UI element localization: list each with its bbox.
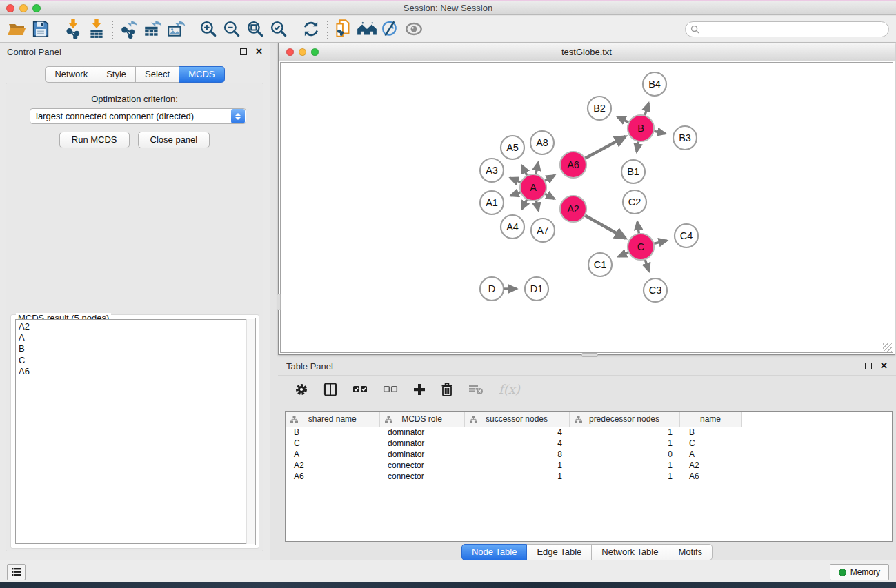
- table-cell[interactable]: A6: [286, 471, 379, 482]
- network-canvas[interactable]: B4B2BB3A5A8A6A3B1AA1C2A2A4A7C4CC1C3DD1: [280, 62, 893, 353]
- table-cell[interactable]: A: [679, 449, 741, 460]
- table-cell[interactable]: B: [286, 427, 379, 438]
- table-cell[interactable]: C: [286, 438, 379, 449]
- minimize-window-button[interactable]: [19, 4, 28, 12]
- graph-edge-B-B4[interactable]: [644, 103, 648, 117]
- export-table-button[interactable]: [141, 18, 164, 40]
- mcds-result-list[interactable]: A2ABCA6: [15, 319, 255, 544]
- eye-button[interactable]: [402, 18, 426, 40]
- import-network-button[interactable]: [61, 18, 85, 40]
- zoom-window-button[interactable]: [32, 4, 41, 12]
- tab-edge-table[interactable]: Edge Table: [527, 544, 592, 560]
- table-cell[interactable]: dominator: [379, 449, 464, 460]
- table-cell[interactable]: A6: [679, 471, 741, 482]
- table-cell[interactable]: 4: [464, 438, 569, 449]
- table-cell[interactable]: connector: [379, 460, 464, 471]
- splitter-grip-vertical[interactable]: [277, 294, 281, 310]
- table-row[interactable]: A2connector11A2: [286, 460, 893, 471]
- tab-mcds[interactable]: MCDS: [179, 66, 224, 83]
- float-table-panel-icon[interactable]: [865, 363, 872, 369]
- search-field[interactable]: [685, 21, 889, 37]
- tab-node-table[interactable]: Node Table: [461, 544, 528, 560]
- mcds-result-item[interactable]: C: [16, 355, 254, 366]
- mcds-result-item[interactable]: A6: [16, 366, 254, 377]
- table-row[interactable]: Adominator80A: [286, 449, 893, 460]
- home-icon: [356, 20, 378, 38]
- select-all-button[interactable]: [352, 385, 368, 394]
- column-header[interactable]: successor nodes: [464, 412, 569, 427]
- graph-edge-A6-B[interactable]: [584, 136, 626, 159]
- table-cell[interactable]: 1: [569, 471, 679, 482]
- graph-node-label: B4: [648, 79, 661, 90]
- table-row[interactable]: Cdominator41C: [286, 438, 893, 449]
- toolbar-separator: [112, 19, 113, 39]
- home-button[interactable]: [355, 18, 379, 40]
- table-cell[interactable]: 1: [569, 438, 679, 449]
- close-window-button[interactable]: [6, 4, 14, 12]
- criterion-select[interactable]: largest connected component (directed): [30, 108, 246, 124]
- create-column-button[interactable]: [413, 383, 426, 396]
- close-panel-button[interactable]: Close panel: [138, 132, 210, 148]
- column-header[interactable]: predecessor nodes: [569, 412, 679, 427]
- column-header[interactable]: name: [679, 412, 741, 427]
- float-panel-icon[interactable]: [240, 48, 247, 55]
- column-header[interactable]: shared name: [286, 412, 379, 427]
- import-table-button[interactable]: [85, 18, 108, 40]
- mcds-result-item[interactable]: A2: [16, 321, 254, 332]
- clone-network-button[interactable]: [332, 18, 355, 40]
- table-cell[interactable]: 4: [464, 427, 569, 438]
- memory-button[interactable]: Memory: [830, 564, 889, 580]
- minimize-network-button[interactable]: [299, 48, 306, 56]
- tab-style[interactable]: Style: [97, 66, 136, 83]
- mcds-result-item[interactable]: A: [16, 332, 254, 343]
- table-cell[interactable]: A2: [286, 460, 379, 471]
- open-session-button[interactable]: [6, 18, 29, 40]
- close-table-panel-icon[interactable]: ✕: [880, 363, 888, 369]
- table-row[interactable]: Bdominator41B: [286, 427, 893, 438]
- table-cell[interactable]: 8: [464, 449, 569, 460]
- zoom-network-button[interactable]: [311, 48, 319, 56]
- table-cell[interactable]: 1: [464, 460, 569, 471]
- zoom-out-button[interactable]: [220, 18, 243, 40]
- graph-edge-A2-C[interactable]: [584, 214, 626, 238]
- column-header[interactable]: MCDS role: [379, 412, 464, 427]
- search-input[interactable]: [699, 25, 888, 34]
- zoom-selected-button[interactable]: [267, 18, 290, 40]
- deselect-all-button[interactable]: [383, 385, 398, 394]
- table-cell[interactable]: connector: [379, 471, 464, 482]
- mcds-result-item[interactable]: B: [16, 343, 254, 354]
- zoom-in-button[interactable]: [197, 18, 220, 40]
- save-session-button[interactable]: [29, 18, 52, 40]
- table-cell[interactable]: A2: [679, 460, 741, 471]
- run-mcds-button[interactable]: Run MCDS: [59, 132, 130, 148]
- table-cell[interactable]: dominator: [379, 438, 464, 449]
- window-resize-grip[interactable]: [883, 343, 892, 352]
- tab-select[interactable]: Select: [136, 66, 179, 83]
- show-columns-button[interactable]: [323, 383, 337, 396]
- export-image-button[interactable]: [164, 18, 188, 40]
- close-network-button[interactable]: [286, 48, 294, 56]
- table-cell[interactable]: 1: [464, 471, 569, 482]
- table-cell[interactable]: A: [286, 449, 379, 460]
- close-panel-icon[interactable]: ✕: [255, 48, 263, 55]
- export-network-button[interactable]: [117, 18, 141, 40]
- zoom-fit-button[interactable]: [243, 18, 267, 40]
- table-cell[interactable]: 1: [569, 427, 679, 438]
- delete-columns-button[interactable]: [441, 383, 453, 396]
- network-window-titlebar[interactable]: testGlobe.txt: [279, 43, 895, 61]
- table-cell[interactable]: dominator: [379, 427, 464, 438]
- table-cell[interactable]: 1: [569, 460, 679, 471]
- hide-details-button[interactable]: [379, 18, 402, 40]
- table-cell[interactable]: C: [679, 438, 741, 449]
- mcds-list-scrollbar[interactable]: [246, 319, 255, 544]
- tab-motifs[interactable]: Motifs: [668, 544, 713, 560]
- apply-layout-button[interactable]: [299, 18, 323, 40]
- table-row[interactable]: A6connector11A6: [286, 471, 893, 482]
- tab-network[interactable]: Network: [45, 66, 97, 83]
- task-history-button[interactable]: [7, 564, 26, 580]
- table-cell[interactable]: B: [679, 427, 741, 438]
- table-settings-button[interactable]: [295, 383, 308, 396]
- table-cell[interactable]: 0: [569, 449, 679, 460]
- graph-edge-C-C4[interactable]: [653, 241, 667, 244]
- tab-network-table[interactable]: Network Table: [592, 544, 668, 560]
